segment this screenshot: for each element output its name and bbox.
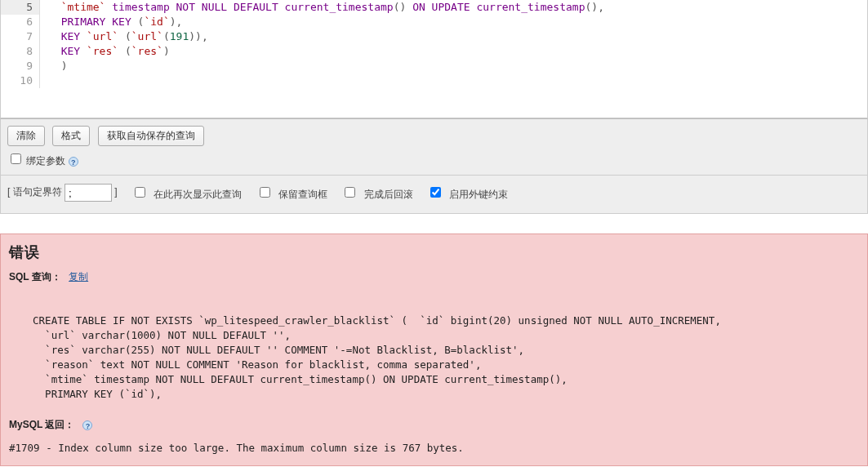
editor-gutter: 5 6 7 8 9 10 [1,0,40,88]
keep-query-box-checkbox[interactable] [260,187,270,198]
get-autosaved-button[interactable]: 获取自动保存的查询 [98,126,204,146]
code-line [48,73,859,88]
fk-checks-label: 启用外键约束 [449,189,508,200]
token-keyword: KEY [48,30,87,42]
gutter-line: 7 [1,29,39,44]
delimiter-label-open: [ 语句定界符 [7,186,62,198]
fk-checks-checkbox[interactable] [430,187,441,198]
error-sql-block: CREATE TABLE IF NOT EXISTS `wp_litespeed… [20,314,859,402]
sql-query-label: SQL 查询： 复制 [9,270,859,284]
token-punct: ) [163,45,170,57]
token-punct: ( [163,30,170,42]
gutter-line: 8 [1,44,39,59]
token-keyword: PRIMARY KEY [48,16,138,28]
gutter-line: 6 [1,15,39,29]
delimiter-input[interactable] [65,184,112,202]
token-punct: ) [170,16,176,28]
rollback-label: 完成后回滚 [364,189,413,200]
code-line: ) [48,59,859,73]
error-title: 错误 [9,242,859,262]
token-punct: ( [118,30,131,42]
token-punct: , [598,1,604,13]
gutter-line: 9 [1,59,39,73]
bind-params-checkbox[interactable] [11,153,21,164]
help-icon[interactable]: ? [69,157,78,167]
mysql-return-text: MySQL 返回： [9,419,74,430]
token-identifier: `url` [87,30,118,42]
token-number: 191 [170,30,189,42]
clear-button[interactable]: 清除 [7,126,45,146]
token-identifier: `url` [131,30,163,42]
error-message: #1709 - Index column size too large. The… [9,442,859,454]
token-identifier: `res` [87,45,118,57]
gutter-line: 5 [1,0,39,15]
code-line: `mtime` timestamp NOT NULL DEFAULT curre… [48,0,859,15]
code-line: KEY `url` (`url`(191)), [48,29,859,44]
code-line: KEY `res` (`res`) [48,44,859,59]
token-keyword: KEY [48,45,87,57]
delimiter-label-close: ] [114,186,117,198]
rollback-checkbox[interactable] [345,187,355,198]
keep-query-box-label: 保留查询框 [278,189,327,200]
gutter-line: 10 [1,73,39,88]
token-punct: , [202,30,208,42]
copy-link[interactable]: 复制 [69,271,88,282]
token-keyword: ON UPDATE current_timestamp [406,1,585,13]
help-icon[interactable]: ? [82,420,92,430]
options-bar: [ 语句定界符 ] 在此再次显示此查询 保留查询框 完成后回滚 启用外键约束 [0,176,868,214]
token-punct: () [394,1,407,13]
token-keyword: timestamp NOT NULL DEFAULT current_times… [105,1,393,13]
mysql-return-label: MySQL 返回： ? [9,418,859,432]
sql-editor: 5 6 7 8 9 10 `mtime` timestamp NOT NULL … [0,0,868,118]
token-identifier: `res` [131,45,163,57]
token-identifier: `mtime` [48,1,105,13]
show-again-checkbox[interactable] [135,187,145,198]
error-panel: 错误 SQL 查询： 复制 CREATE TABLE IF NOT EXISTS… [0,234,868,466]
editor-toolbar: 清除 格式 获取自动保存的查询 绑定参数 ? [0,118,868,176]
sql-query-label-text: SQL 查询： [9,271,61,282]
token-punct: ( [118,45,131,57]
editor-code[interactable]: `mtime` timestamp NOT NULL DEFAULT curre… [40,0,867,118]
token-punct: , [176,16,183,28]
token-punct: )) [189,30,202,42]
token-punct: () [585,1,598,13]
show-again-label: 在此再次显示此查询 [154,189,242,200]
bind-params-label: 绑定参数 [26,155,65,167]
format-button[interactable]: 格式 [52,126,90,146]
token-punct: ) [48,60,67,72]
code-line: PRIMARY KEY (`id`), [48,15,859,29]
token-identifier: `id` [144,16,169,28]
